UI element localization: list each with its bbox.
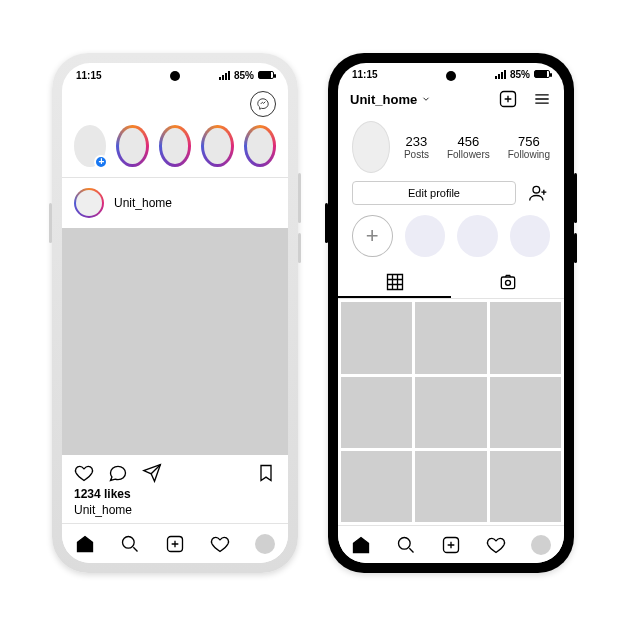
- phone-profile: 11:15 85% Unit_home 233 Posts: [328, 53, 574, 573]
- stat-followers[interactable]: 456 Followers: [447, 134, 490, 160]
- story-item[interactable]: [159, 125, 191, 167]
- grid-cell[interactable]: [415, 451, 486, 522]
- post-image[interactable]: [62, 228, 288, 455]
- new-post-icon[interactable]: [498, 89, 518, 109]
- signal-icon: [219, 71, 230, 80]
- activity-icon[interactable]: [210, 534, 230, 554]
- highlight-item[interactable]: [457, 215, 497, 257]
- front-camera: [446, 71, 456, 81]
- your-story[interactable]: +: [74, 125, 106, 167]
- grid-cell[interactable]: [415, 377, 486, 448]
- bottom-nav: [62, 523, 288, 563]
- edit-profile-button[interactable]: Edit profile: [352, 181, 516, 205]
- messenger-icon: [256, 97, 270, 111]
- share-icon[interactable]: [142, 463, 162, 483]
- clock: 11:15: [76, 70, 102, 81]
- profile-avatar[interactable]: [352, 121, 390, 173]
- messenger-button[interactable]: [250, 91, 276, 117]
- battery-pct: 85%: [234, 70, 254, 81]
- profile-tab-icon[interactable]: [531, 535, 551, 555]
- highlight-item[interactable]: [405, 215, 445, 257]
- highlights-tray: +: [338, 215, 564, 267]
- tab-tagged[interactable]: [451, 267, 564, 298]
- profile-tab-icon[interactable]: [255, 534, 275, 554]
- grid-cell[interactable]: [341, 451, 412, 522]
- new-post-icon[interactable]: [165, 534, 185, 554]
- clock: 11:15: [352, 69, 378, 80]
- bottom-nav: [338, 525, 564, 563]
- svg-point-0: [122, 536, 134, 548]
- search-icon[interactable]: [120, 534, 140, 554]
- profile-username[interactable]: Unit_home: [350, 92, 431, 107]
- tagged-icon: [498, 272, 518, 292]
- signal-icon: [495, 70, 506, 79]
- stat-following[interactable]: 756 Following: [508, 134, 550, 160]
- comment-icon[interactable]: [108, 463, 128, 483]
- stories-tray: +: [62, 123, 288, 177]
- home-icon[interactable]: [351, 535, 371, 555]
- grid-cell[interactable]: [490, 451, 561, 522]
- chevron-down-icon: [421, 94, 431, 104]
- menu-icon[interactable]: [532, 89, 552, 109]
- plus-icon: +: [94, 155, 108, 169]
- new-post-icon[interactable]: [441, 535, 461, 555]
- grid-cell[interactable]: [415, 302, 486, 373]
- grid-cell[interactable]: [341, 302, 412, 373]
- grid-cell[interactable]: [341, 377, 412, 448]
- grid-icon: [385, 272, 405, 292]
- likes-count[interactable]: 1234 likes: [62, 487, 288, 501]
- add-highlight[interactable]: +: [352, 215, 393, 257]
- post-grid: [338, 299, 564, 525]
- tab-grid[interactable]: [338, 267, 451, 298]
- svg-point-5: [505, 280, 510, 285]
- post-avatar[interactable]: [74, 188, 104, 218]
- grid-cell[interactable]: [490, 302, 561, 373]
- svg-point-6: [398, 537, 410, 549]
- stat-posts[interactable]: 233 Posts: [404, 134, 429, 160]
- phone-feed: 11:15 85% + Unit_home: [52, 53, 298, 573]
- discover-people-button[interactable]: [526, 181, 550, 205]
- bookmark-icon[interactable]: [256, 463, 276, 483]
- front-camera: [170, 71, 180, 81]
- story-item[interactable]: [116, 125, 148, 167]
- highlight-item[interactable]: [510, 215, 550, 257]
- battery-icon: [534, 70, 550, 78]
- post-username[interactable]: Unit_home: [114, 196, 172, 210]
- battery-pct: 85%: [510, 69, 530, 80]
- add-person-icon: [528, 183, 548, 203]
- battery-icon: [258, 71, 274, 79]
- activity-icon[interactable]: [486, 535, 506, 555]
- like-icon[interactable]: [74, 463, 94, 483]
- grid-cell[interactable]: [490, 377, 561, 448]
- caption-username[interactable]: Unit_home: [62, 501, 288, 523]
- story-item[interactable]: [244, 125, 276, 167]
- search-icon[interactable]: [396, 535, 416, 555]
- home-icon[interactable]: [75, 534, 95, 554]
- svg-point-3: [533, 187, 540, 194]
- post-header[interactable]: Unit_home: [62, 178, 288, 228]
- svg-rect-4: [501, 277, 514, 289]
- story-item[interactable]: [201, 125, 233, 167]
